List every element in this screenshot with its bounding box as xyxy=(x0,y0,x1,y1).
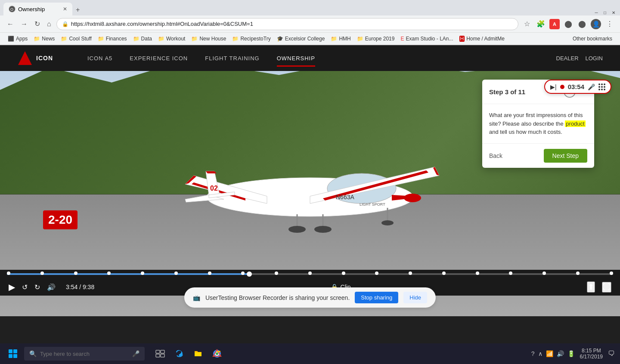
tab-close-button[interactable]: ✕ xyxy=(63,6,67,12)
taskbar-apps xyxy=(152,345,226,362)
site-nav: ICON ICON A5 EXPERIENCE ICON FLIGHT TRAI… xyxy=(0,45,620,71)
lock-icon: 🔒 xyxy=(62,21,68,27)
address-box[interactable]: 🔒 https://hxtmi8.axshare.com/ownership.h… xyxy=(56,18,518,30)
taskbar-edge[interactable] xyxy=(170,345,188,362)
back-button[interactable]: Back xyxy=(489,152,502,159)
home-button[interactable]: ⌂ xyxy=(45,19,53,30)
bookmark-hmh-label: HMH xyxy=(339,36,350,42)
fullscreen-button[interactable]: ⛶ xyxy=(602,282,611,293)
bookmark-europe[interactable]: 📁 Europe 2019 xyxy=(354,35,397,43)
svg-point-6 xyxy=(288,226,306,233)
tray-battery[interactable]: 🔋 xyxy=(567,350,575,357)
extensions-icon[interactable]: 🧩 xyxy=(536,19,546,29)
step-question: What are your first impressions of this … xyxy=(489,111,587,136)
tray-network[interactable]: 📶 xyxy=(546,350,553,357)
bookmark-apps-label: Apps xyxy=(16,36,28,42)
back-button[interactable]: ← xyxy=(5,19,16,30)
bookmark-excelsior[interactable]: 🎓 Excelsior College xyxy=(274,35,328,43)
current-time: 3:54 xyxy=(66,284,78,290)
recording-dot xyxy=(560,85,564,89)
browser-icon2[interactable]: ⬤ xyxy=(577,19,587,29)
score-display: 2-20 xyxy=(43,210,78,229)
bookmark-other-label: Other bookmarks xyxy=(573,36,612,42)
toolbar-icons: ☆ 🧩 A ⬤ ⬤ 👤 ⋮ xyxy=(522,19,615,29)
bookmark-home[interactable]: H Home / AdmitMe xyxy=(457,35,507,43)
clock-time: 8:15 PM xyxy=(580,348,603,354)
nav-experience-icon[interactable]: EXPERIENCE ICON xyxy=(130,53,188,63)
taskbar: 🔍 🎤 xyxy=(0,343,620,364)
notification-button[interactable]: 🗨 xyxy=(608,350,615,358)
search-input[interactable] xyxy=(40,351,129,357)
play-button[interactable]: ▶ xyxy=(9,282,15,292)
bookmark-apps[interactable]: ⬛ Apps xyxy=(5,35,30,43)
volume-button[interactable]: 🔊 xyxy=(47,283,56,291)
svg-text:LIGHT SPORT: LIGHT SPORT xyxy=(360,202,385,207)
browser-icon1[interactable]: ⬤ xyxy=(563,19,574,29)
reload-button[interactable]: ↻ xyxy=(33,18,42,30)
stop-sharing-button[interactable]: Stop sharing xyxy=(355,292,398,303)
maximize-button[interactable]: □ xyxy=(602,9,608,15)
nav-ownership[interactable]: OWNERSHIP xyxy=(277,53,315,63)
tab-favicon: O xyxy=(9,6,16,12)
start-button[interactable] xyxy=(5,346,21,361)
step-modal-footer: Back Next Step xyxy=(482,143,594,168)
nav-right: DEALER LOGIN xyxy=(556,55,603,62)
grid-icon[interactable] xyxy=(598,83,605,90)
forward-button[interactable]: → xyxy=(19,19,29,30)
microphone-icon[interactable]: 🎤 xyxy=(588,83,595,90)
taskbar-search[interactable]: 🔍 🎤 xyxy=(24,347,145,361)
progress-track[interactable] xyxy=(7,273,613,275)
bookmark-hmh[interactable]: 📁 HMH xyxy=(328,35,353,43)
svg-rect-17 xyxy=(156,354,160,357)
profile-icon[interactable]: 👤 xyxy=(591,19,601,29)
bookmark-newhouse[interactable]: 📁 New House xyxy=(189,35,229,43)
new-tab-button[interactable]: + xyxy=(72,4,83,15)
svg-text:O: O xyxy=(10,7,13,12)
share-button[interactable]: ⬆ xyxy=(587,281,595,293)
taskbar-taskview[interactable] xyxy=(152,345,169,362)
hide-button[interactable]: Hide xyxy=(403,292,427,303)
tab-bar: O Ownership ✕ + ─ □ ✕ xyxy=(0,0,620,15)
active-tab[interactable]: O Ownership ✕ xyxy=(3,3,72,15)
bookmark-recipes[interactable]: 📁 RecipestoTry xyxy=(229,35,273,43)
tray-volume[interactable]: 🔊 xyxy=(557,350,564,357)
nav-icon-a5[interactable]: ICON A5 xyxy=(87,53,112,63)
browser-chrome: O Ownership ✕ + ─ □ ✕ ← → ↻ ⌂ 🔒 https://… xyxy=(0,0,620,45)
bookmark-exam[interactable]: E Exam Studio - LAn... xyxy=(398,35,456,43)
close-window-button[interactable]: ✕ xyxy=(611,9,617,15)
svg-point-10 xyxy=(381,220,394,225)
tray-chevron[interactable]: ∧ xyxy=(538,350,542,357)
time-display: 3:54 / 9:38 xyxy=(66,284,94,290)
bookmark-news[interactable]: 📁 News xyxy=(31,35,57,43)
bookmark-finances[interactable]: 📁 Finances xyxy=(95,35,130,43)
bookmark-cool[interactable]: 📁 Cool Stuff xyxy=(58,35,94,43)
bookmark-cool-label: Cool Stuff xyxy=(69,36,91,42)
bookmark-europe-label: Europe 2019 xyxy=(365,36,395,42)
star-icon[interactable]: ☆ xyxy=(522,19,532,29)
menu-icon[interactable]: ⋮ xyxy=(604,19,615,29)
nav-login-btn[interactable]: LOGIN xyxy=(586,55,603,62)
nav-dealer-btn[interactable]: DEALER xyxy=(556,55,579,62)
score-value: 2-20 xyxy=(48,213,72,226)
bookmark-data[interactable]: 📁 Data xyxy=(130,35,155,43)
clock[interactable]: 8:15 PM 6/17/2019 xyxy=(580,348,603,360)
svg-text:02: 02 xyxy=(210,185,218,192)
rewind-button[interactable]: ↺ xyxy=(22,283,28,291)
next-step-button[interactable]: Next Step xyxy=(544,149,587,163)
bookmark-workout[interactable]: 📁 Workout xyxy=(155,35,188,43)
svg-point-8 xyxy=(314,226,332,233)
clock-date: 6/17/2019 xyxy=(580,354,603,360)
forward-button[interactable]: ↻ xyxy=(34,283,40,291)
taskbar-chrome[interactable] xyxy=(208,345,226,362)
adblock-icon[interactable]: A xyxy=(549,19,560,29)
progress-bar-container[interactable] xyxy=(0,270,620,278)
tray-question[interactable]: ? xyxy=(531,350,535,357)
taskbar-files[interactable] xyxy=(189,345,207,362)
recording-play-icon[interactable]: ▶| xyxy=(550,83,557,90)
bookmark-other[interactable]: Other bookmarks xyxy=(570,35,615,43)
mic-icon[interactable]: 🎤 xyxy=(132,350,140,357)
minimize-button[interactable]: ─ xyxy=(593,9,599,15)
airplane-image: N663A LIGHT SPORT 02 xyxy=(159,128,461,249)
nav-flight-training[interactable]: FLIGHT TRAINING xyxy=(205,53,259,63)
address-bar-row: ← → ↻ ⌂ 🔒 https://hxtmi8.axshare.com/own… xyxy=(0,15,620,33)
